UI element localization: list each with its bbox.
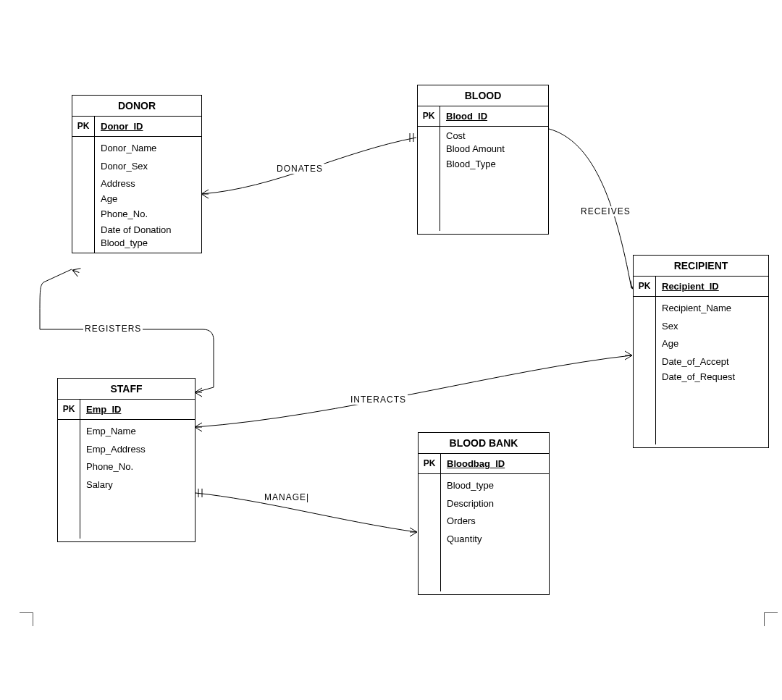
attr: Salary [86,476,189,494]
pk-attr: Bloodbag_ID [441,454,549,473]
attr: Orders [447,513,543,531]
entity-bloodbank-title: BLOOD BANK [419,433,549,454]
entity-recipient: RECIPIENT PK Recipient_ID Recipient_Name… [633,255,769,448]
attr: Donor_Name [101,140,196,158]
entity-bloodbank: BLOOD BANK PK Bloodbag_ID Blood_type Des… [418,432,550,595]
attr: Sex [662,318,762,336]
attr: Donor_Sex [101,158,196,176]
rel-donates-label: DONATES [275,164,324,174]
attr: Recipient_Name [662,300,762,318]
attr: Cost [446,130,542,143]
pk-attr: Donor_ID [95,117,201,136]
entity-blood-title: BLOOD [418,85,548,106]
attr: Date_of_Accept [662,353,762,371]
entity-donor: DONOR PK Donor_ID Donor_Name Donor_Sex A… [72,95,202,253]
entity-recipient-title: RECIPIENT [634,256,768,277]
attr: Blood_type [447,477,543,495]
attr: Date of Donation [101,224,196,237]
attr: Address [101,175,196,193]
attr: Blood Amount [446,143,542,156]
pk-attr: Emp_ID [80,400,195,419]
attr: Phone_No. [86,458,189,476]
attr: Phone_No. [101,206,196,224]
attr: Description [447,495,543,513]
entity-donor-title: DONOR [72,96,201,117]
pk-label: PK [418,106,440,126]
page-corner-mark [764,612,778,626]
attr: Blood_Type [446,156,542,174]
pk-label: PK [58,400,80,419]
rel-registers-label: REGISTERS [83,324,143,334]
attr: Blood_type [101,237,196,250]
rel-interacts-label: INTERACTS [349,395,408,405]
attr: Emp_Name [86,423,189,441]
attr: Date_of_Request [662,371,762,384]
page-corner-mark [20,612,33,626]
attr: Emp_Address [86,441,189,459]
attr: Age [101,193,196,206]
rel-receives-label: RECEIVES [579,206,632,216]
attr: Age [662,335,762,353]
rel-manages-label: MANAGE| [263,492,311,502]
entity-blood: BLOOD PK Blood_ID Cost Blood Amount Bloo… [417,85,549,235]
pk-label: PK [419,454,441,473]
attr: Quantity [447,531,543,549]
pk-attr: Blood_ID [440,106,548,126]
pk-label: PK [634,277,656,296]
pk-attr: Recipient_ID [656,277,768,296]
pk-label: PK [72,117,95,136]
entity-staff: STAFF PK Emp_ID Emp_Name Emp_Address Pho… [57,378,196,542]
entity-staff-title: STAFF [58,379,195,400]
